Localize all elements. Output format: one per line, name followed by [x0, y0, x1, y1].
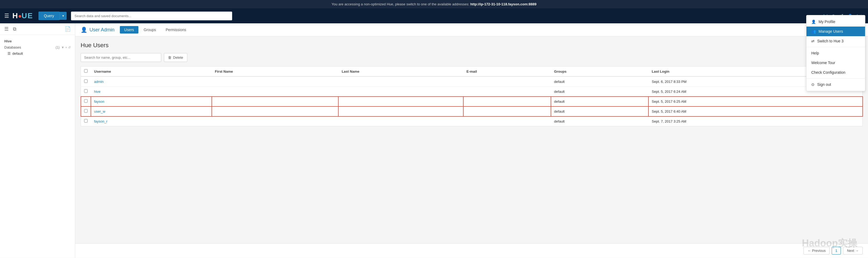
cell-email: [463, 97, 551, 107]
users-table: Username First Name Last Name E-mail Gro…: [81, 66, 863, 126]
switch-icon: ⇄: [811, 39, 814, 43]
dropdown-item-my-profile[interactable]: 👤 My Profile: [806, 17, 865, 27]
dropdown-item-check-config[interactable]: Check Configuration: [806, 68, 865, 77]
sidebar-doc-icon[interactable]: 📄: [65, 26, 71, 32]
dropdown-item-manage-users[interactable]: 👥 Manage Users: [806, 27, 865, 36]
cell-email: [463, 87, 551, 97]
select-all-checkbox[interactable]: [84, 69, 88, 73]
cell-last-name: [338, 116, 463, 126]
username-link[interactable]: hive: [94, 89, 100, 94]
main-content: 👤 User Admin Users Groups Permissions Hu…: [75, 23, 868, 258]
next-page-button[interactable]: Next →: [843, 247, 863, 255]
table-header-row: Username First Name Last Name E-mail Gro…: [81, 67, 863, 77]
toolbar: 🗑 Delete: [81, 53, 863, 62]
sub-tabs: Users Groups Permissions: [120, 26, 190, 34]
help-label: Help: [811, 51, 819, 55]
user-admin-title: 👤 User Admin: [81, 27, 115, 33]
check-config-label: Check Configuration: [811, 70, 845, 75]
cell-last-login: Sept. 7, 2017 3:25 AM: [648, 116, 862, 126]
sidebar-hive-section: Hive: [2, 37, 73, 44]
col-email: E-mail: [463, 67, 551, 77]
cell-email: [463, 107, 551, 116]
top-banner: You are accessing a non-optimized Hue, p…: [0, 0, 868, 8]
table-row: faysondefaultSept. 5, 2017 6:25 AM: [81, 97, 863, 107]
manage-users-icon: 👥: [811, 29, 816, 34]
banner-link: http://ip-172-31-10-118.fayson.com:8889: [470, 2, 536, 6]
cell-first-name: [212, 107, 339, 116]
sidebar-icon-bar: ☰ ⧉ 📄: [0, 23, 75, 35]
current-page: 1: [832, 247, 841, 255]
table-row: hivedefaultSept. 5, 2017 6:24 AM: [81, 87, 863, 97]
sidebar-copy-icon[interactable]: ⧉: [13, 26, 17, 32]
cell-groups: default: [551, 87, 648, 97]
username-link[interactable]: user_w: [94, 109, 105, 113]
dropdown-item-help[interactable]: Help: [806, 48, 865, 58]
col-username: Username: [91, 67, 212, 77]
users-table-body: admindefaultSept. 6, 2017 8:33 PMhivedef…: [81, 76, 863, 126]
sidebar-default-icon: ☰: [7, 51, 11, 56]
sub-header: 👤 User Admin Users Groups Permissions: [75, 23, 868, 36]
cell-groups: default: [551, 107, 648, 116]
cell-email: [463, 76, 551, 87]
cell-last-name: [338, 97, 463, 107]
table-row: user_wdefaultSept. 5, 2017 6:40 AM: [81, 107, 863, 116]
pagination: ← Previous 1 Next →: [75, 243, 868, 258]
query-dropdown-button[interactable]: ▾: [59, 12, 67, 20]
cell-last-login: Sept. 5, 2017 6:25 AM: [648, 97, 862, 107]
profile-icon: 👤: [811, 20, 816, 24]
switch-hue3-label: Switch to Hue 3: [817, 39, 843, 43]
banner-text: You are accessing a non-optimized Hue, p…: [332, 2, 470, 6]
tab-permissions[interactable]: Permissions: [161, 26, 190, 34]
logo: HUE: [12, 11, 33, 20]
sidebar-db-actions: ▼ + ↺: [61, 46, 71, 49]
cell-last-login: Sept. 5, 2017 6:40 AM: [648, 107, 862, 116]
sidebar-table-icon[interactable]: ☰: [4, 26, 9, 32]
dropdown-item-welcome-tour[interactable]: Welcome Tour: [806, 58, 865, 68]
hamburger-button[interactable]: ☰: [4, 12, 9, 19]
col-firstname: First Name: [212, 67, 339, 77]
query-button[interactable]: Query: [38, 11, 59, 20]
cell-groups: default: [551, 76, 648, 87]
col-checkbox: [81, 67, 91, 77]
username-link[interactable]: fayson: [94, 100, 104, 104]
user-search-input[interactable]: [81, 53, 161, 62]
content-area: Hue Users 🗑 Delete Username First Name L…: [75, 36, 868, 243]
row-checkbox[interactable]: [84, 109, 88, 113]
dropdown-item-switch-hue3[interactable]: ⇄ Switch to Hue 3: [806, 36, 865, 46]
trash-icon: 🗑: [168, 56, 172, 60]
user-admin-icon: 👤: [81, 27, 87, 33]
app-body: ☰ ⧉ 📄 Hive Databases (1) ▼ + ↺ ☰ default: [0, 23, 868, 258]
table-row: admindefaultSept. 6, 2017 8:33 PM: [81, 76, 863, 87]
sidebar-content: Hive Databases (1) ▼ + ↺ ☰ default: [0, 35, 75, 59]
my-profile-label: My Profile: [818, 20, 835, 24]
cell-last-name: [338, 76, 463, 87]
sidebar-databases-label: Databases: [4, 45, 21, 49]
prev-page-button[interactable]: ← Previous: [804, 247, 830, 255]
username-link[interactable]: admin: [94, 80, 103, 84]
cell-groups: default: [551, 116, 648, 126]
row-checkbox[interactable]: [84, 99, 88, 103]
global-search-input[interactable]: [71, 11, 232, 21]
cell-first-name: [212, 87, 339, 97]
username-link[interactable]: fayson_r: [94, 119, 107, 123]
dropdown-item-sign-out[interactable]: ⊙ Sign out: [806, 80, 865, 89]
manage-users-label: Manage Users: [818, 29, 843, 34]
sidebar: ☰ ⧉ 📄 Hive Databases (1) ▼ + ↺ ☰ default: [0, 23, 75, 258]
row-checkbox[interactable]: [84, 119, 88, 122]
admin-dropdown-menu: 👤 My Profile 👥 Manage Users ⇄ Switch to …: [806, 15, 865, 91]
sidebar-databases-row: Databases (1) ▼ + ↺: [2, 44, 73, 50]
delete-button[interactable]: 🗑 Delete: [164, 53, 187, 62]
cell-first-name: [212, 76, 339, 87]
tab-groups[interactable]: Groups: [140, 26, 160, 34]
tab-users[interactable]: Users: [120, 26, 138, 34]
row-checkbox[interactable]: [84, 89, 88, 93]
dropdown-divider-2: [806, 78, 865, 79]
welcome-tour-label: Welcome Tour: [811, 61, 835, 65]
col-lastname: Last Name: [338, 67, 463, 77]
page-title: Hue Users: [81, 42, 863, 49]
cell-first-name: [212, 97, 339, 107]
table-row: fayson_rdefaultSept. 7, 2017 3:25 AM: [81, 116, 863, 126]
row-checkbox[interactable]: [84, 79, 88, 83]
sidebar-default-item[interactable]: ☰ default: [2, 50, 73, 57]
cell-groups: default: [551, 97, 648, 107]
